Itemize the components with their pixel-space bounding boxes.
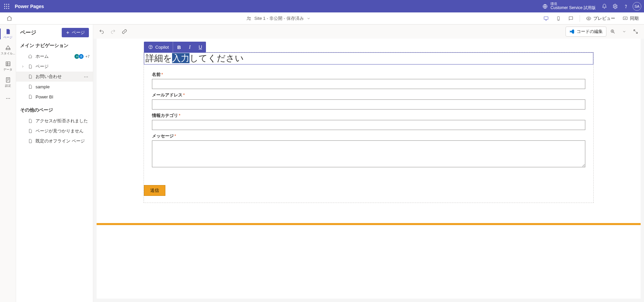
- svg-point-12: [248, 17, 249, 18]
- text-format-toolbar: Copilot B I U: [144, 42, 206, 52]
- svg-point-10: [614, 6, 616, 7]
- svg-point-17: [588, 18, 589, 19]
- svg-point-6: [4, 8, 5, 9]
- email-input[interactable]: [152, 99, 585, 110]
- undo-icon[interactable]: [97, 27, 107, 37]
- rail-more[interactable]: [0, 90, 16, 106]
- panel-title: ページ: [20, 29, 36, 36]
- page-icon: [28, 119, 33, 123]
- environment-name: Customer Service 試用版: [550, 6, 596, 10]
- user-avatar[interactable]: SA: [633, 2, 641, 11]
- page-icon: [28, 74, 33, 79]
- svg-point-3: [4, 6, 5, 7]
- nav-item-powerbi[interactable]: Power BI: [16, 92, 93, 102]
- environment-picker[interactable]: 環境 Customer Service 試用版: [542, 2, 596, 10]
- italic-button[interactable]: I: [185, 42, 195, 52]
- page-icon: [28, 139, 33, 143]
- other-pages-heading: その他のページ: [16, 105, 93, 116]
- chevron-down-icon: [307, 16, 311, 20]
- rail-setup[interactable]: 設定: [0, 74, 16, 90]
- rail-pages[interactable]: ページ: [0, 26, 16, 42]
- nav-item-access-denied[interactable]: アクセスが拒否されました: [16, 116, 93, 126]
- responsive-mobile-icon[interactable]: [553, 14, 564, 23]
- svg-rect-14: [544, 16, 548, 19]
- page-icon: [28, 94, 33, 99]
- page-icon: [28, 64, 33, 69]
- form-heading-editor[interactable]: 詳細を入力してください: [144, 52, 593, 64]
- field-email: メールアドレス*: [152, 92, 585, 110]
- svg-point-5: [8, 6, 9, 7]
- app-launcher-icon[interactable]: [3, 2, 11, 10]
- link-icon[interactable]: [119, 27, 129, 37]
- svg-point-4: [6, 6, 7, 7]
- nav-item-offline[interactable]: 既定のオフライン ページ: [16, 136, 93, 146]
- email-label: メールアドレス*: [152, 92, 585, 98]
- canvas-area: コードの編集 Copilot B: [93, 25, 644, 302]
- form-section[interactable]: Copilot B I U 詳細を入力してください 名前*: [144, 52, 594, 203]
- redo-icon[interactable]: [108, 27, 118, 37]
- expand-icon[interactable]: [631, 27, 641, 37]
- notifications-icon[interactable]: [599, 1, 610, 12]
- nav-item-pages-group[interactable]: ページ: [16, 61, 93, 72]
- svg-point-7: [6, 8, 7, 9]
- underline-button[interactable]: U: [195, 42, 206, 52]
- name-label: 名前*: [152, 72, 585, 78]
- rail-styling[interactable]: スタイル...: [0, 42, 16, 58]
- svg-point-13: [250, 17, 251, 18]
- canvas-toolbar: コードの編集: [93, 25, 644, 39]
- svg-point-22: [7, 98, 8, 99]
- svg-rect-19: [6, 62, 10, 66]
- main-nav-heading: メイン ナビゲーション: [16, 41, 93, 51]
- category-input[interactable]: [152, 120, 585, 130]
- svg-point-0: [4, 4, 5, 5]
- copilot-button[interactable]: Copilot: [144, 42, 173, 52]
- pages-panel: ページ ページ メイン ナビゲーション ホーム A B +7 ページ お問い合わ…: [16, 25, 93, 302]
- page-canvas[interactable]: Copilot B I U 詳細を入力してください 名前*: [97, 39, 641, 299]
- name-input[interactable]: [152, 79, 585, 89]
- zoom-icon[interactable]: [608, 27, 618, 37]
- nav-item-not-found[interactable]: ページが見つかりません: [16, 126, 93, 136]
- nav-item-sample[interactable]: sample: [16, 82, 93, 92]
- svg-point-8: [8, 8, 9, 9]
- svg-point-26: [150, 48, 151, 48]
- home-icon[interactable]: [5, 14, 14, 23]
- nav-item-home[interactable]: ホーム A B +7: [16, 51, 93, 61]
- global-header: Power Pages 環境 Customer Service 試用版 SA: [0, 0, 644, 12]
- left-rail: ページ スタイル... データ 設定: [0, 25, 16, 302]
- chevron-down-icon[interactable]: [619, 27, 629, 37]
- edit-code-button[interactable]: コードの編集: [566, 27, 606, 37]
- site-status-label: Site 1 - 非公開 - 保存済み: [254, 15, 304, 21]
- presence-avatars: A B +7: [76, 54, 90, 59]
- message-input[interactable]: [152, 140, 585, 167]
- settings-icon[interactable]: [610, 1, 621, 12]
- add-page-button[interactable]: ページ: [62, 28, 89, 37]
- preview-button[interactable]: プレビュー: [583, 14, 618, 23]
- svg-point-23: [9, 98, 10, 99]
- svg-rect-20: [6, 78, 10, 82]
- message-label: メッセージ*: [152, 133, 585, 139]
- page-icon: [28, 129, 33, 133]
- environment-label: 環境: [550, 2, 596, 6]
- sync-button[interactable]: 同期: [620, 14, 641, 23]
- field-name: 名前*: [152, 72, 585, 89]
- svg-point-21: [6, 98, 7, 99]
- svg-point-11: [626, 7, 626, 8]
- svg-point-2: [8, 4, 9, 5]
- bold-button[interactable]: B: [173, 42, 185, 52]
- field-category: 情報カテゴリ*: [152, 113, 585, 130]
- rail-data[interactable]: データ: [0, 58, 16, 74]
- submit-button[interactable]: 送信: [144, 185, 165, 196]
- more-icon[interactable]: ⋯: [83, 74, 90, 79]
- help-icon[interactable]: [621, 1, 631, 12]
- chevron-right-icon: [21, 65, 25, 68]
- svg-point-1: [6, 4, 7, 5]
- nav-item-contact[interactable]: お問い合わせ ⋯: [16, 72, 93, 82]
- responsive-desktop-icon[interactable]: [541, 14, 551, 23]
- feedback-icon[interactable]: [566, 14, 576, 23]
- field-message: メッセージ*: [152, 133, 585, 168]
- category-label: 情報カテゴリ*: [152, 113, 585, 119]
- accent-divider: [97, 223, 641, 225]
- svg-point-16: [558, 19, 558, 20]
- site-status[interactable]: Site 1 - 非公開 - 保存済み: [16, 15, 541, 21]
- product-name: Power Pages: [15, 4, 44, 9]
